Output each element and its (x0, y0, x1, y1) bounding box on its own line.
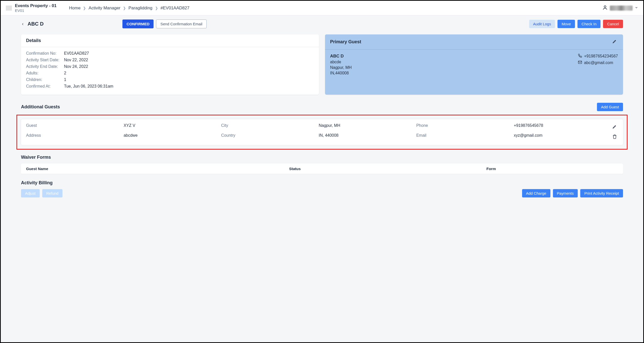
chevron-down-icon[interactable] (635, 6, 638, 10)
send-confirmation-button[interactable]: Send Confirmation Email (156, 19, 207, 28)
addl-value: abcdwe (124, 133, 216, 141)
waiver-table-header: Guest Name Status Form (21, 164, 623, 174)
guest-name: ABC D (330, 54, 352, 59)
add-guest-button[interactable]: Add Guest (597, 103, 623, 111)
cancel-button[interactable]: Cancel (603, 20, 623, 28)
addl-value: XYZ V (124, 123, 216, 131)
topbar: Events Property - 01 EV01 Home ❯ Activit… (1, 1, 643, 15)
guest-phone: +919876542​34567 (584, 54, 618, 58)
detail-label: Confirmation No: (26, 51, 64, 56)
addl-value: +919876545678 (514, 123, 606, 131)
detail-value: 2 (64, 71, 66, 75)
detail-label: Activity End Date: (26, 64, 64, 69)
property-icon (6, 6, 12, 11)
waiver-table: Guest Name Status Form (21, 164, 623, 174)
refund-button[interactable]: Refund (42, 189, 62, 197)
addl-label: City (221, 123, 314, 131)
guest-right: +919876542​34567 abc@gmail.com (578, 54, 618, 75)
addl-label: Address (26, 133, 119, 141)
property-text: Events Property - 01 EV01 (15, 3, 56, 13)
highlight-box: Guest XYZ V City Nagpur, MH Phone +91987… (16, 115, 628, 150)
billing-title: Activity Billing (21, 180, 53, 186)
additional-guests-header: Additional Guests Add Guest (21, 103, 623, 111)
additional-guest-grid: Guest XYZ V City Nagpur, MH Phone +91987… (26, 123, 606, 141)
primary-guest-body: ABC D abcde Nagpur, MH IN,440008 +919876… (325, 50, 623, 79)
breadcrumb: Home ❯ Activity Manager ❯ Paraglidding ❯… (69, 6, 189, 11)
details-card: Details Confirmation No:EV01AAD827 Activ… (21, 34, 319, 95)
waiver-title: Waiver Forms (21, 155, 51, 160)
phone-icon (578, 54, 582, 59)
details-card-body: Confirmation No:EV01AAD827 Activity Star… (21, 47, 319, 95)
detail-value: 1 (64, 77, 66, 82)
billing-header-row: Activity Billing (21, 180, 623, 186)
addl-value: IN, 440008 (319, 133, 411, 141)
property-block: Events Property - 01 EV01 (6, 3, 69, 13)
payments-button[interactable]: Payments (553, 189, 578, 197)
billing-actions: Adjust Refund Add Charge Payments Print … (21, 189, 623, 197)
waiver-col-form: Form (486, 167, 618, 171)
details-card-title: Details (21, 34, 319, 47)
detail-label: Children: (26, 77, 64, 82)
page-header: ‹ ABC D CONFIRMED Send Confirmation Emai… (21, 19, 623, 28)
svg-point-0 (604, 6, 606, 7)
detail-value: Nov 24, 2022 (64, 64, 88, 69)
guest-postal: IN,440008 (330, 71, 352, 75)
guest-email-row: abc@gmail.com (578, 60, 618, 65)
edit-icon[interactable] (611, 123, 618, 131)
detail-label: Activity Start Date: (26, 58, 64, 62)
primary-guest-title: Primary Guest (330, 39, 361, 45)
user-icon (602, 5, 608, 11)
chevron-right-icon: ❯ (83, 6, 86, 10)
additional-guest-actions (611, 123, 618, 141)
addl-label: Phone (416, 123, 509, 131)
addl-label: Country (221, 133, 314, 141)
property-code: EV01 (15, 8, 56, 13)
waiver-col-status: Status (289, 167, 486, 171)
chevron-right-icon: ❯ (123, 6, 126, 10)
breadcrumb-home[interactable]: Home (69, 6, 80, 11)
chevron-right-icon: ❯ (155, 6, 158, 10)
primary-guest-card: Primary Guest ABC D abcde Nagpur, MH IN,… (325, 34, 623, 95)
detail-value: Tue, Jun 06, 2023 06:31am (64, 84, 113, 89)
status-badge[interactable]: CONFIRMED (122, 19, 154, 28)
edit-icon[interactable] (611, 38, 618, 46)
detail-value: EV01AAD827 (64, 51, 89, 56)
detail-label: Adults: (26, 71, 64, 75)
mail-icon (578, 60, 582, 65)
audit-logs-button[interactable]: Audit Logs (529, 20, 555, 28)
breadcrumb-activity[interactable]: Paraglidding (128, 6, 153, 11)
trash-icon[interactable] (611, 133, 618, 141)
additional-guests-title: Additional Guests (21, 104, 60, 110)
addl-label: Guest (26, 123, 119, 131)
additional-guest-card: Guest XYZ V City Nagpur, MH Phone +91987… (21, 119, 623, 145)
addl-label: Email (416, 133, 509, 141)
add-charge-button[interactable]: Add Charge (522, 189, 550, 197)
user-name[interactable] (610, 6, 633, 11)
addl-value: Nagpur, MH (319, 123, 411, 131)
waiver-col-guest: Guest Name (26, 167, 289, 171)
addl-value: xyz@gmail.com (514, 133, 606, 141)
breadcrumb-booking[interactable]: #EV01AAD827 (161, 6, 189, 11)
header-actions-right: Audit Logs Move Check In Cancel (529, 20, 623, 28)
topbar-right (602, 5, 638, 11)
primary-guest-header: Primary Guest (325, 34, 623, 50)
guest-phone-row: +919876542​34567 (578, 54, 618, 59)
move-button[interactable]: Move (557, 20, 575, 28)
cards-row: Details Confirmation No:EV01AAD827 Activ… (21, 34, 623, 95)
adjust-button[interactable]: Adjust (21, 189, 40, 197)
content: ‹ ABC D CONFIRMED Send Confirmation Emai… (1, 15, 643, 205)
guest-email: abc@gmail.com (584, 60, 613, 65)
page-title: ABC D (28, 21, 44, 27)
property-name: Events Property - 01 (15, 3, 56, 8)
guest-city: Nagpur, MH (330, 65, 352, 70)
guest-left: ABC D abcde Nagpur, MH IN,440008 (330, 54, 352, 75)
detail-label: Confirmed At: (26, 84, 64, 89)
guest-address: abcde (330, 60, 352, 64)
breadcrumb-activity-manager[interactable]: Activity Manager (89, 6, 120, 11)
checkin-button[interactable]: Check In (577, 20, 600, 28)
header-actions-left: CONFIRMED Send Confirmation Email (122, 19, 207, 28)
billing-right: Add Charge Payments Print Activity Recei… (522, 189, 623, 197)
waiver-header-row: Waiver Forms (21, 155, 623, 160)
print-receipt-button[interactable]: Print Activity Receipt (580, 189, 623, 197)
back-arrow-icon[interactable]: ‹ (21, 21, 25, 27)
